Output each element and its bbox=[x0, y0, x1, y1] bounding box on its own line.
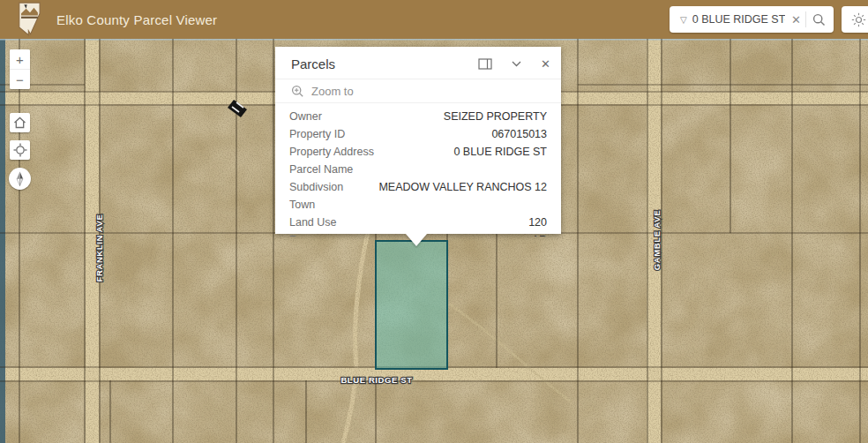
zoom-to-action[interactable]: Zoom to bbox=[275, 79, 561, 103]
map-toolbar: + − bbox=[10, 49, 30, 190]
dock-button[interactable] bbox=[478, 58, 492, 70]
home-icon bbox=[13, 116, 26, 129]
popup-header: Parcels ✕ bbox=[275, 47, 561, 79]
popup-pointer bbox=[406, 234, 427, 246]
search-submit-button[interactable] bbox=[806, 13, 828, 26]
dock-icon bbox=[478, 58, 492, 70]
popup-title: Parcels bbox=[291, 56, 478, 71]
field-row-owner: Owner SEIZED PROPERTY bbox=[275, 108, 561, 125]
selected-parcel-highlight[interactable] bbox=[376, 241, 447, 369]
elko-county-logo bbox=[16, 2, 44, 37]
field-row-subdivision: Subdivsion MEADOW VALLEY RANCHOS 12 bbox=[275, 178, 561, 196]
map-top-edge-line bbox=[0, 39, 868, 41]
field-row-property-id: Property ID 067015013 bbox=[275, 125, 561, 143]
locate-button[interactable] bbox=[10, 140, 30, 160]
field-row-town: Town bbox=[275, 196, 561, 214]
popup-actions: ✕ bbox=[478, 57, 550, 71]
search-clear-icon[interactable]: ✕ bbox=[787, 13, 805, 26]
map-left-edge-strip bbox=[0, 39, 5, 443]
zoom-in-button[interactable]: + bbox=[10, 49, 30, 69]
close-button[interactable]: ✕ bbox=[541, 57, 550, 71]
field-row-land-use: Land Use 120 bbox=[275, 214, 561, 231]
header-controls: ▽ ✕ bbox=[670, 6, 868, 33]
street-label-franklin: FRANKLIN AVE bbox=[94, 214, 104, 282]
search-bar[interactable]: ▽ ✕ bbox=[670, 6, 834, 33]
street-label-gamble: GAMBLE AVE bbox=[652, 210, 662, 270]
zoom-to-icon bbox=[291, 85, 304, 98]
search-icon bbox=[812, 13, 826, 26]
zoom-controls: + − bbox=[10, 49, 30, 89]
field-row-parcel-name: Parcel Name bbox=[275, 161, 561, 178]
sun-icon bbox=[851, 12, 866, 27]
compass-needle-icon bbox=[14, 171, 26, 186]
zoom-out-button[interactable]: − bbox=[10, 69, 30, 89]
home-button[interactable] bbox=[10, 113, 30, 132]
compass-button[interactable] bbox=[9, 168, 31, 190]
field-row-property-address: Property Address 0 BLUE RIDGE ST bbox=[275, 143, 561, 161]
street-label-blue-ridge: BLUE RIDGE ST bbox=[340, 375, 412, 385]
search-input[interactable] bbox=[691, 13, 787, 26]
locate-icon bbox=[13, 143, 27, 157]
search-dropdown-icon[interactable]: ▽ bbox=[677, 15, 691, 25]
page-title: Elko County Parcel Viewer bbox=[56, 12, 217, 27]
app-window: Elko County Parcel Viewer ▽ ✕ bbox=[0, 0, 868, 443]
collapse-button[interactable] bbox=[512, 61, 521, 67]
attribute-table: Owner SEIZED PROPERTY Property ID 067015… bbox=[275, 103, 561, 237]
chevron-down-icon bbox=[512, 61, 521, 67]
parcel-popup: Parcels ✕ bbox=[275, 47, 561, 234]
zoom-to-label: Zoom to bbox=[311, 85, 354, 98]
basemap-brightness-button[interactable] bbox=[842, 6, 868, 33]
app-header: Elko County Parcel Viewer ▽ ✕ bbox=[0, 0, 868, 39]
